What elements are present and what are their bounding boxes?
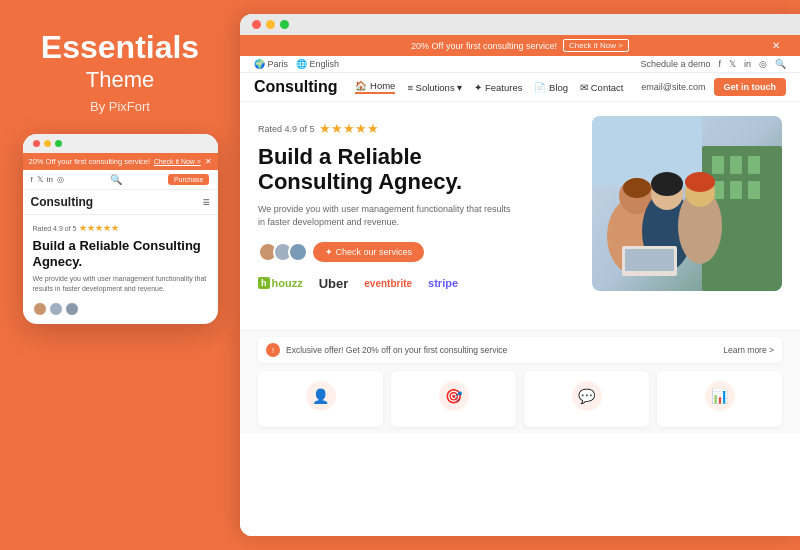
search-icon[interactable]: 🔍 — [775, 59, 786, 69]
mobile-purchase-button[interactable]: Purchase — [168, 174, 210, 185]
hero-actions: ✦ Check our services — [258, 242, 548, 262]
social-linkedin-icon[interactable]: in — [744, 59, 751, 69]
theme-title: Essentials — [41, 30, 199, 65]
avatar-2 — [49, 302, 63, 316]
hero-avatar-3 — [288, 242, 308, 262]
svg-rect-6 — [748, 181, 760, 199]
bottom-section: ! Exclusive offer! Get 20% off on your f… — [240, 330, 800, 433]
stripe-logo: stripe — [428, 277, 458, 289]
desktop-mockup: 20% Off your first consulting service! C… — [240, 14, 800, 536]
theme-byline: By PixFort — [90, 99, 150, 114]
hero-rating: Rated 4.9 of 5 ★★★★★ — [258, 121, 548, 136]
mobile-logo: Consulting — [31, 195, 94, 209]
hero-stars: ★★★★★ — [319, 121, 379, 136]
mobile-avatars — [33, 302, 208, 316]
mobile-search-icon[interactable]: 🔍 — [110, 174, 122, 185]
utility-left: 🌍 Paris 🌐 English — [254, 59, 339, 69]
desktop-dot-green — [280, 20, 289, 29]
svg-point-16 — [685, 172, 715, 192]
service-cards-row: 👤 🎯 💬 📊 — [258, 371, 782, 427]
nav-right-actions: email@site.com Get in touch — [641, 78, 786, 96]
avatar-1 — [33, 302, 47, 316]
svg-rect-1 — [712, 156, 724, 174]
get-in-touch-button[interactable]: Get in touch — [714, 78, 787, 96]
brand-logos-row: h houzz Uber eventbrite stripe — [258, 276, 548, 291]
left-sidebar: Essentials Theme By PixFort 20% Off your… — [0, 0, 240, 550]
check-services-button[interactable]: ✦ Check our services — [313, 242, 424, 262]
browser-dot-red — [33, 140, 40, 147]
mobile-rating-text: Rated 4.9 of 5 — [33, 225, 77, 232]
website-content: 20% Off your first consulting service! C… — [240, 35, 800, 536]
site-logo: Consulting — [254, 78, 338, 96]
mobile-description: We provide you with user management func… — [33, 274, 208, 294]
eventbrite-logo: eventbrite — [364, 278, 412, 289]
mobile-banner-link[interactable]: Check it Now > — [154, 158, 201, 165]
notif-close-icon[interactable]: ✕ — [772, 40, 780, 51]
mobile-social-icons: f 𝕏 in ◎ — [31, 175, 64, 184]
location-indicator: 🌍 Paris — [254, 59, 288, 69]
hero-left-content: Rated 4.9 of 5 ★★★★★ Build a Reliable Co… — [258, 116, 548, 316]
svg-point-13 — [623, 178, 651, 198]
mobile-banner-text: 20% Off your first consulting service! — [29, 157, 151, 166]
avatar-3 — [65, 302, 79, 316]
hero-headline: Build a Reliable Consulting Agnecy. — [258, 144, 548, 195]
svg-rect-18 — [625, 249, 674, 271]
mobile-stars: ★★★★★ — [79, 223, 119, 233]
social-twitter-icon[interactable]: 𝕏 — [729, 59, 736, 69]
service-card-3: 💬 — [524, 371, 649, 427]
nav-home[interactable]: 🏠 Home — [355, 80, 395, 94]
nav-blog[interactable]: 📄 Blog — [534, 82, 568, 93]
uber-logo: Uber — [319, 276, 349, 291]
learn-more-link[interactable]: Learn more > — [723, 345, 774, 355]
facebook-icon[interactable]: f — [31, 175, 33, 184]
hamburger-icon[interactable]: ≡ — [202, 195, 209, 209]
language-selector[interactable]: 🌐 English — [296, 59, 339, 69]
desktop-dot-yellow — [266, 20, 275, 29]
service-card-1: 👤 — [258, 371, 383, 427]
main-navigation: Consulting 🏠 Home ≡ Solutions ▾ ✦ Featur… — [240, 73, 800, 102]
service-icon-2: 🎯 — [439, 381, 469, 411]
svg-rect-5 — [730, 181, 742, 199]
utility-right: Schedule a demo f 𝕏 in ◎ 🔍 — [640, 59, 786, 69]
schedule-demo-link[interactable]: Schedule a demo — [640, 59, 710, 69]
promo-notification-bar: 20% Off your first consulting service! C… — [240, 35, 800, 56]
hero-image-area — [562, 116, 782, 316]
offer-icon: ! — [266, 343, 280, 357]
svg-point-12 — [651, 172, 683, 196]
mobile-mockup: 20% Off your first consulting service! C… — [23, 134, 218, 324]
hero-illustration — [592, 116, 782, 291]
mobile-promo-banner: 20% Off your first consulting service! C… — [23, 153, 218, 170]
houzz-logo: h houzz — [258, 277, 303, 289]
mobile-headline: Build a Reliable Consulting Agnecy. — [33, 238, 208, 269]
svg-rect-2 — [730, 156, 742, 174]
hero-rating-text: Rated 4.9 of 5 — [258, 124, 315, 134]
desktop-dot-red — [252, 20, 261, 29]
browser-dot-green — [55, 140, 62, 147]
social-instagram-icon[interactable]: ◎ — [759, 59, 767, 69]
svg-rect-3 — [748, 156, 760, 174]
service-icon-4: 📊 — [705, 381, 735, 411]
utility-bar: 🌍 Paris 🌐 English Schedule a demo f 𝕏 in… — [240, 56, 800, 73]
svg-rect-7 — [592, 116, 702, 186]
service-icon-1: 👤 — [306, 381, 336, 411]
offer-banner: ! Exclusive offer! Get 20% off on your f… — [258, 337, 782, 363]
offer-text: ! Exclusive offer! Get 20% off on your f… — [266, 343, 507, 357]
service-card-4: 📊 — [657, 371, 782, 427]
nav-links: 🏠 Home ≡ Solutions ▾ ✦ Features 📄 Blog ✉… — [355, 80, 623, 94]
desktop-browser-chrome — [240, 14, 800, 35]
twitter-icon[interactable]: 𝕏 — [37, 175, 43, 184]
service-icon-3: 💬 — [572, 381, 602, 411]
mobile-browser-chrome — [23, 134, 218, 153]
service-card-2: 🎯 — [391, 371, 516, 427]
nav-solutions[interactable]: ≡ Solutions ▾ — [407, 82, 462, 93]
social-facebook-icon[interactable]: f — [718, 59, 721, 69]
instagram-icon[interactable]: ◎ — [57, 175, 64, 184]
nav-contact[interactable]: ✉ Contact — [580, 82, 623, 93]
theme-subtitle: Theme — [86, 67, 154, 93]
mobile-utility-bar: f 𝕏 in ◎ 🔍 Purchase — [23, 170, 218, 190]
nav-features[interactable]: ✦ Features — [474, 82, 522, 93]
linkedin-icon[interactable]: in — [47, 175, 53, 184]
hero-section: Rated 4.9 of 5 ★★★★★ Build a Reliable Co… — [240, 102, 800, 330]
mobile-banner-close[interactable]: ✕ — [205, 157, 212, 166]
notif-cta-button[interactable]: Check it Now > — [563, 39, 629, 52]
